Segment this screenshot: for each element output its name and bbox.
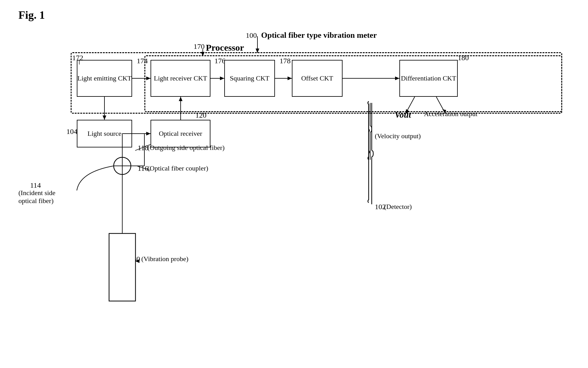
- block-offset-ckt: Offset CKT: [292, 60, 343, 97]
- label-ref-174: 174: [137, 57, 148, 65]
- label-vibration-probe: (Vibration probe): [141, 255, 188, 263]
- label-ref-104: 104: [66, 127, 77, 136]
- label-acceleration-output: Acceleration output: [424, 110, 477, 118]
- label-ref-120: 120: [195, 111, 206, 119]
- label-vout: Vout: [395, 110, 411, 120]
- label-velocity-output: (Velocity output): [375, 132, 421, 140]
- label-outgoing-side: (Outgoing side optical fiber): [147, 144, 225, 152]
- label-ref-118: 118: [138, 144, 148, 152]
- label-ref-176: 176: [214, 57, 225, 65]
- block-light-receiver-ckt: Light receiver CKT: [151, 60, 210, 97]
- label-ref-180: 180: [458, 54, 469, 62]
- label-ref-114: 114: [30, 181, 41, 190]
- label-optical-fiber-coupler: (Optical fiber coupler): [147, 164, 208, 172]
- label-processor: Processor: [206, 42, 244, 53]
- label-ref-130: 130: [129, 255, 140, 263]
- label-ref-116: 116: [138, 164, 148, 173]
- block-differentiation-ckt: Differentiation CKT: [399, 60, 458, 97]
- label-optical-fiber-meter: Optical fiber type vibration meter: [261, 31, 377, 40]
- label-ref-178: 178: [280, 57, 291, 65]
- block-light-source: Light source: [77, 120, 132, 147]
- svg-point-18: [114, 157, 131, 174]
- fig-title: Fig. 1: [18, 9, 45, 22]
- svg-marker-5: [103, 115, 106, 120]
- label-ref-170: 170: [194, 42, 205, 51]
- svg-marker-28: [146, 132, 151, 135]
- block-optical-receiver: Optical receiver: [151, 120, 210, 147]
- block-light-emitting-ckt: Light emitting CKT: [77, 60, 132, 97]
- label-ref-100: 100: [246, 31, 257, 40]
- svg-rect-25: [109, 233, 135, 301]
- block-squaring-ckt: Squaring CKT: [224, 60, 275, 97]
- label-incident-side: (Incident side optical fiber): [18, 189, 55, 205]
- label-detector: (Detector): [384, 203, 412, 211]
